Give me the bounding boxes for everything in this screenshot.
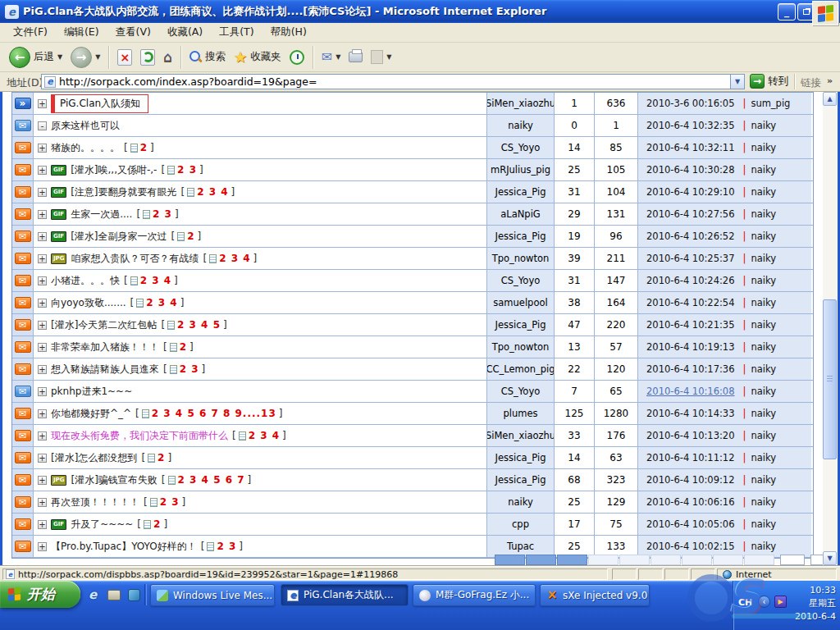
author-link[interactable]: SiMen_xiaozhu — [487, 430, 555, 441]
last-post-time[interactable]: 2010-6-4 10:16:08 — [646, 386, 735, 397]
page-numbers[interactable]: 2 3 4 — [219, 253, 250, 264]
thread-title-link[interactable]: 现在改头衔免费，我们决定下前面带什么 — [51, 429, 228, 443]
author-link[interactable]: aLaNpiG — [500, 208, 541, 220]
pagination-cell[interactable] — [713, 555, 743, 565]
page-numbers[interactable]: 2 — [180, 341, 187, 353]
expand-toggle-icon[interactable]: + — [38, 343, 47, 352]
edit-button[interactable]: ▼ — [367, 48, 395, 66]
page-jump-links[interactable]: [2 3 4] — [203, 253, 257, 264]
expand-toggle-icon[interactable]: + — [38, 431, 47, 441]
last-poster-link[interactable]: naiky — [751, 386, 776, 397]
history-button[interactable] — [285, 48, 308, 66]
author-link[interactable]: cpp — [512, 518, 529, 530]
page-jump-links[interactable]: [2 3] — [136, 208, 178, 220]
scroll-down-arrow[interactable]: ▼ — [823, 551, 837, 565]
thread-title-link[interactable]: 咱家想入贵队？可否？有战绩 — [71, 252, 199, 266]
last-poster-link[interactable]: naiky — [751, 319, 776, 331]
author-link[interactable]: CS_Yoyo — [501, 386, 540, 397]
thread-title-link[interactable]: PiG.Clan入队须知 — [51, 94, 148, 113]
home-button[interactable]: ⌂ — [159, 48, 176, 67]
thread-title-link[interactable]: 【Pro.by.Tupac】YOYO好样的！ — [51, 540, 197, 554]
page-numbers[interactable]: 2 3 4 — [140, 275, 171, 286]
expand-toggle-icon[interactable]: + — [38, 99, 47, 108]
page-numbers[interactable]: 2 3 4 — [197, 186, 228, 198]
author-link[interactable]: plumes — [503, 408, 537, 419]
language-indicator[interactable]: CH — [738, 597, 752, 608]
thread-title-link[interactable]: 想入豬族請豬族人員進來 — [51, 363, 159, 377]
last-poster-link[interactable]: naiky — [751, 496, 776, 508]
go-button[interactable]: → 转到 — [750, 74, 788, 89]
page-numbers[interactable]: 2 — [187, 231, 194, 242]
page-jump-links[interactable]: [2 3] — [201, 541, 243, 552]
thread-title-link[interactable]: 原来这样也可以 — [51, 119, 120, 133]
scrollbar-thumb[interactable] — [823, 299, 837, 459]
pagination-cell[interactable] — [682, 555, 712, 565]
refresh-button[interactable] — [136, 48, 159, 67]
page-numbers[interactable]: 2 3 — [160, 496, 180, 508]
author-link[interactable]: Jessica_Pig — [495, 231, 546, 242]
expand-toggle-icon[interactable]: + — [38, 542, 47, 551]
page-jump-links[interactable]: [2 3 4 5] — [161, 319, 226, 331]
mail-dropdown-icon[interactable]: ▼ — [336, 53, 340, 61]
address-url-text[interactable]: http://sorpack.com/index.asp?boardid=19&… — [59, 75, 317, 88]
last-poster-link[interactable]: naiky — [751, 253, 776, 264]
menu-favorites[interactable]: 收藏(A) — [159, 23, 211, 42]
last-poster-link[interactable]: naiky — [751, 120, 776, 131]
author-link[interactable]: CS_Yoyo — [501, 275, 540, 286]
pagination-cell[interactable] — [744, 555, 774, 565]
page-jump-links[interactable]: [2 3 4] — [181, 186, 235, 198]
author-link[interactable]: naiky — [508, 120, 533, 131]
tray-media-icon[interactable]: ▶ — [774, 596, 787, 608]
menu-help[interactable]: 帮助(H) — [262, 23, 315, 42]
last-poster-link[interactable]: naiky — [751, 408, 776, 419]
author-link[interactable]: Jessica_Pig — [495, 186, 546, 198]
address-dropdown-button[interactable]: ▼ — [730, 75, 744, 89]
minimize-button[interactable]: _ — [778, 3, 796, 21]
thread-title-link[interactable]: 非常荣幸加入猪族！！！ — [51, 340, 159, 354]
last-poster-link[interactable]: naiky — [751, 363, 776, 375]
forward-button[interactable]: → ▼ — [66, 45, 104, 70]
author-link[interactable]: naiky — [508, 496, 533, 508]
page-jump-links[interactable]: [2] — [163, 341, 194, 353]
expand-toggle-icon[interactable]: + — [38, 254, 47, 263]
thread-title-link[interactable]: 再次登顶！！！！！ — [51, 495, 139, 509]
quicklaunch-app-icon[interactable] — [128, 589, 140, 601]
thread-title-link[interactable]: [灌水]骗钱宣布失败 — [71, 473, 157, 487]
pagination-cell[interactable] — [557, 555, 587, 565]
last-poster-link[interactable]: naiky — [751, 208, 776, 220]
print-button[interactable] — [345, 50, 367, 64]
thread-title-link[interactable]: 你地都幾好野^_^ — [51, 407, 131, 421]
address-input[interactable]: e http://sorpack.com/index.asp?boardid=1… — [41, 74, 745, 89]
pagination-cell[interactable] — [526, 555, 556, 565]
page-jump-links[interactable]: [2 3] — [144, 496, 185, 508]
start-button[interactable]: 开始 — [0, 581, 80, 608]
author-link[interactable]: Tupac — [507, 541, 534, 552]
expand-toggle-icon[interactable]: + — [38, 520, 47, 529]
page-jump-links[interactable]: [2 3 4] — [124, 275, 178, 286]
expand-toggle-icon[interactable]: + — [38, 476, 47, 485]
pagination-box[interactable] — [780, 555, 805, 565]
pagination-cell[interactable] — [588, 555, 619, 565]
author-link[interactable]: Tpo_nowton — [492, 253, 550, 264]
expand-toggle-icon[interactable]: + — [38, 454, 47, 463]
page-jump-links[interactable]: [2 3 4 5 6 7 8 9....13] — [135, 408, 282, 419]
last-poster-link[interactable]: naiky — [751, 186, 776, 198]
expand-toggle-icon[interactable]: + — [38, 387, 47, 396]
author-link[interactable]: samuelpool — [493, 297, 547, 308]
last-poster-link[interactable]: sum_pig — [751, 98, 790, 109]
scroll-up-arrow[interactable]: ▲ — [823, 92, 837, 106]
menu-view[interactable]: 查看(V) — [107, 23, 159, 42]
pagination-cell[interactable] — [619, 555, 650, 565]
pagination-cell[interactable] — [495, 555, 525, 565]
page-numbers[interactable]: 2 3 — [217, 541, 236, 552]
task-button[interactable]: ePiG.Clan各大战队... — [281, 584, 409, 606]
last-poster-link[interactable]: naiky — [751, 275, 776, 286]
back-dropdown-icon[interactable]: ▼ — [57, 53, 62, 61]
page-jump-links[interactable]: [2] — [141, 452, 171, 463]
stop-button[interactable]: × — [113, 48, 136, 67]
expand-toggle-icon[interactable]: + — [38, 232, 47, 241]
tray-collapse-icon[interactable]: ‹ — [758, 596, 770, 608]
page-jump-links[interactable]: [2] — [137, 518, 167, 530]
links-chevron-icon[interactable]: » — [827, 75, 833, 86]
links-label[interactable]: 链接 — [801, 76, 821, 90]
